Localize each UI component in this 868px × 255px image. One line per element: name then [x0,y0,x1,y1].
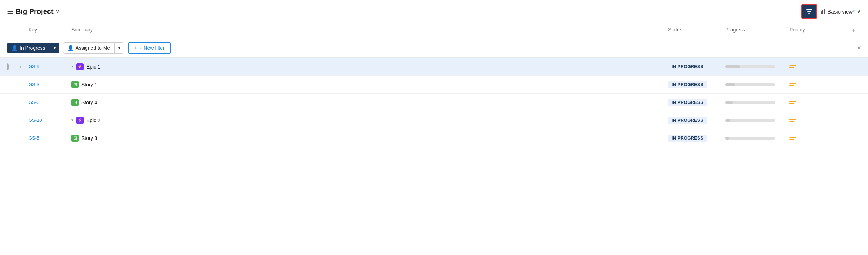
row-summary: ▾ ⚡ Epic 2 [71,117,668,124]
assigned-to-me-filter[interactable]: 👤 Assigned to Me ▾ [63,42,125,54]
new-filter-label: + New filter [139,45,164,51]
in-progress-filter-main[interactable]: 👤 In Progress [7,42,50,53]
row-chevron-icon[interactable]: ▾ [71,118,74,122]
col-empty1 [7,27,18,34]
epic-icon: ⚡ [76,63,84,70]
drag-handle-icon[interactable]: ⠿ [18,64,29,70]
row-status: IN PROGRESS [668,81,725,88]
table-row[interactable]: GS-3 ◲ Story 1 IN PROGRESS [0,76,868,94]
table-row[interactable]: GS-10 ▾ ⚡ Epic 2 IN PROGRESS [0,111,868,129]
row-priority [789,83,847,86]
in-progress-filter-label: In Progress [20,45,45,51]
row-status: IN PROGRESS [668,63,725,70]
in-progress-filter[interactable]: 👤 In Progress ▾ [7,42,59,53]
row-priority [789,65,847,68]
col-empty2 [18,27,29,34]
header: ☰ Big Project ∨ Basic view* ∨ [0,0,868,23]
filter-icon [806,8,813,15]
status-badge: IN PROGRESS [668,135,707,142]
row-priority [789,137,847,140]
list-icon: ☰ [7,7,14,16]
row-progress [725,101,789,104]
row-key[interactable]: GS-9 [29,64,71,69]
assigned-to-me-filter-chevron[interactable]: ▾ [114,43,124,53]
person-icon-2: 👤 [67,45,74,51]
row-summary-text: Story 3 [81,135,97,141]
assigned-to-me-filter-label: Assigned to Me [76,45,110,51]
row-summary: ◲ Story 3 [71,135,668,142]
person-icon: 👤 [11,45,17,51]
row-progress [725,65,789,68]
story-icon: ◲ [71,99,79,106]
row-progress [725,119,789,122]
view-label: Basic view* [827,9,855,15]
add-column-button[interactable]: + [847,27,861,34]
table-row[interactable]: ⠿ GS-9 ▾ ⚡ Epic 1 IN PROGRESS [0,58,868,76]
new-filter-button[interactable]: + + New filter [128,42,171,54]
row-priority [789,101,847,104]
row-status: IN PROGRESS [668,99,725,106]
row-summary-text: Epic 2 [86,118,100,123]
status-badge: IN PROGRESS [668,117,707,124]
row-summary-text: Epic 1 [86,64,100,70]
in-progress-filter-chevron[interactable]: ▾ [50,43,59,53]
priority-icon [789,137,847,140]
row-status: IN PROGRESS [668,135,725,142]
row-summary: ◲ Story 1 [71,81,668,88]
row-status: IN PROGRESS [668,117,725,124]
row-summary-text: Story 4 [81,100,97,105]
row-key[interactable]: GS-10 [29,118,71,123]
progress-bar [725,137,775,140]
close-filters-button[interactable]: × [857,44,861,52]
col-key: Key [29,27,71,34]
status-badge: IN PROGRESS [668,81,707,88]
col-summary: Summary [71,27,668,34]
filter-button[interactable] [801,4,817,19]
project-chevron-icon[interactable]: ∨ [56,9,59,14]
progress-bar [725,119,775,122]
row-summary: ▾ ⚡ Epic 1 [71,63,668,70]
epic-icon: ⚡ [76,117,84,124]
row-key[interactable]: GS-6 [29,100,71,105]
status-badge: IN PROGRESS [668,63,707,70]
row-progress [725,83,789,86]
priority-icon [789,83,847,86]
view-chevron-icon: ∨ [857,8,861,15]
header-left: ☰ Big Project ∨ [7,7,59,16]
story-icon: ◲ [71,135,79,142]
priority-icon [789,65,847,68]
row-key[interactable]: GS-5 [29,135,71,141]
priority-icon [789,119,847,122]
row-dot [7,64,18,70]
row-key[interactable]: GS-3 [29,82,71,87]
row-priority [789,119,847,122]
progress-bar [725,101,775,104]
view-selector[interactable]: Basic view* ∨ [821,8,861,15]
header-right: Basic view* ∨ [801,4,861,19]
row-progress [725,137,789,140]
col-progress: Progress [725,27,789,34]
row-summary-text: Story 1 [81,82,97,88]
column-headers: Key Summary Status Progress Priority + [0,23,868,38]
row-summary: ◲ Story 4 [71,99,668,106]
col-status: Status [668,27,725,34]
progress-bar [725,83,775,86]
table: ⠿ GS-9 ▾ ⚡ Epic 1 IN PROGRESS GS-3 ◲ [0,58,868,147]
table-row[interactable]: GS-6 ◲ Story 4 IN PROGRESS [0,94,868,111]
col-priority: Priority [789,27,847,34]
project-title: Big Project [16,8,54,16]
assigned-to-me-filter-main[interactable]: 👤 Assigned to Me [63,42,115,53]
table-row[interactable]: GS-5 ◲ Story 3 IN PROGRESS [0,129,868,147]
filter-toolbar: 👤 In Progress ▾ 👤 Assigned to Me ▾ + + N… [0,38,868,58]
progress-bar [725,65,775,68]
story-icon: ◲ [71,81,79,88]
view-bars-icon [821,9,825,14]
new-filter-plus-icon: + [134,45,137,51]
priority-icon [789,101,847,104]
status-badge: IN PROGRESS [668,99,707,106]
row-chevron-icon[interactable]: ▾ [71,64,74,69]
